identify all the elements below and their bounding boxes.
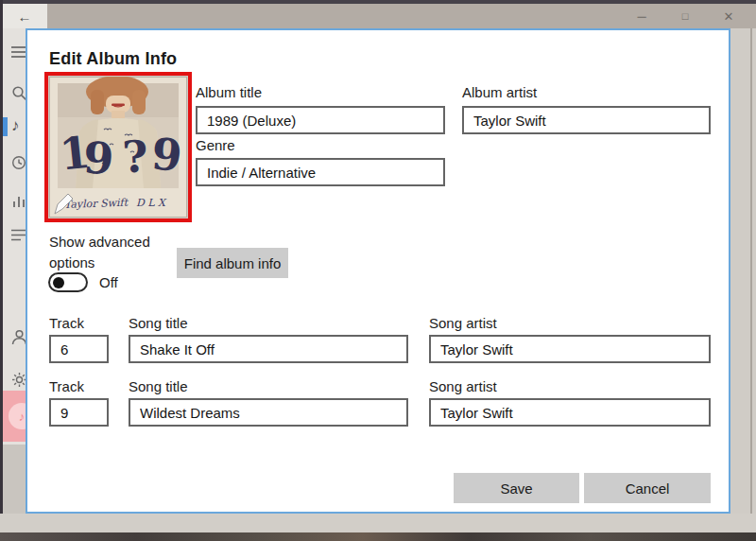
playlist-icon[interactable] bbox=[11, 224, 26, 245]
song-title-input[interactable] bbox=[129, 335, 408, 363]
track-number-input[interactable] bbox=[49, 398, 109, 427]
now-playing-icon: ♪ bbox=[9, 403, 26, 429]
genre-label: Genre bbox=[196, 137, 235, 153]
track-label: Track bbox=[49, 315, 84, 331]
svg-text:9: 9 bbox=[149, 128, 184, 182]
album-title-input[interactable] bbox=[196, 106, 445, 134]
album-art[interactable]: 1 9 ? 9 Taylor Swift D L X bbox=[44, 72, 192, 222]
advanced-options-toggle[interactable] bbox=[48, 272, 88, 292]
track-number-input[interactable] bbox=[49, 335, 109, 363]
dialog-title: Edit Album Info bbox=[49, 49, 177, 69]
window-controls: ─ □ ✕ bbox=[620, 4, 750, 28]
minimize-icon: ─ bbox=[637, 9, 645, 24]
minimize-button[interactable]: ─ bbox=[620, 4, 663, 28]
recent-clock-icon[interactable] bbox=[11, 152, 26, 173]
song-title-input[interactable] bbox=[129, 398, 408, 427]
background-area bbox=[0, 514, 756, 532]
app-window: ← ─ □ ✕ ♪ ♪ bbox=[0, 0, 756, 541]
cancel-button[interactable]: Cancel bbox=[584, 473, 711, 503]
edit-album-info-dialog: Edit Album Info bbox=[26, 28, 730, 514]
find-album-info-button[interactable]: Find album info bbox=[177, 248, 288, 278]
song-artist-label: Song artist bbox=[429, 315, 497, 331]
svg-text:9: 9 bbox=[82, 132, 115, 185]
toggle-state-label: Off bbox=[99, 274, 118, 290]
svg-text:?: ? bbox=[121, 131, 149, 183]
song-artist-label: Song artist bbox=[429, 378, 497, 394]
track-label: Track bbox=[49, 378, 84, 394]
save-button[interactable]: Save bbox=[454, 473, 579, 503]
close-button[interactable]: ✕ bbox=[707, 4, 750, 28]
background-right-edge bbox=[750, 28, 752, 514]
search-icon[interactable] bbox=[11, 82, 26, 103]
close-icon: ✕ bbox=[724, 9, 734, 24]
menu-icon[interactable] bbox=[11, 42, 26, 62]
genre-input[interactable] bbox=[196, 158, 445, 186]
svg-text:D L X: D L X bbox=[136, 197, 167, 209]
settings-gear-icon[interactable] bbox=[11, 369, 26, 390]
album-title-label: Album title bbox=[196, 84, 262, 100]
song-artist-input[interactable] bbox=[429, 398, 711, 427]
sidebar: ♪ ♪ bbox=[3, 28, 26, 445]
back-arrow-icon: ← bbox=[18, 9, 32, 24]
song-title-label: Song title bbox=[129, 378, 188, 394]
maximize-button[interactable]: □ bbox=[663, 4, 707, 28]
sidebar-selection-indicator bbox=[3, 117, 8, 136]
toggle-knob bbox=[53, 277, 64, 288]
background-album-strip bbox=[0, 532, 756, 541]
show-advanced-options-label: Show advanced options bbox=[49, 232, 163, 273]
back-button[interactable]: ← bbox=[2, 4, 47, 28]
album-artist-label: Album artist bbox=[462, 84, 537, 100]
song-title-label: Song title bbox=[129, 315, 188, 331]
music-note-icon[interactable]: ♪ bbox=[11, 115, 26, 136]
equalizer-icon[interactable] bbox=[11, 191, 26, 212]
account-person-icon[interactable] bbox=[11, 326, 26, 347]
svg-text:Taylor Swift: Taylor Swift bbox=[64, 197, 129, 211]
album-art-image: 1 9 ? 9 Taylor Swift D L X bbox=[49, 77, 187, 218]
song-artist-input[interactable] bbox=[429, 335, 711, 363]
now-playing-tile[interactable]: ♪ bbox=[3, 391, 26, 442]
album-artist-input[interactable] bbox=[462, 106, 711, 134]
maximize-icon: □ bbox=[682, 10, 689, 22]
